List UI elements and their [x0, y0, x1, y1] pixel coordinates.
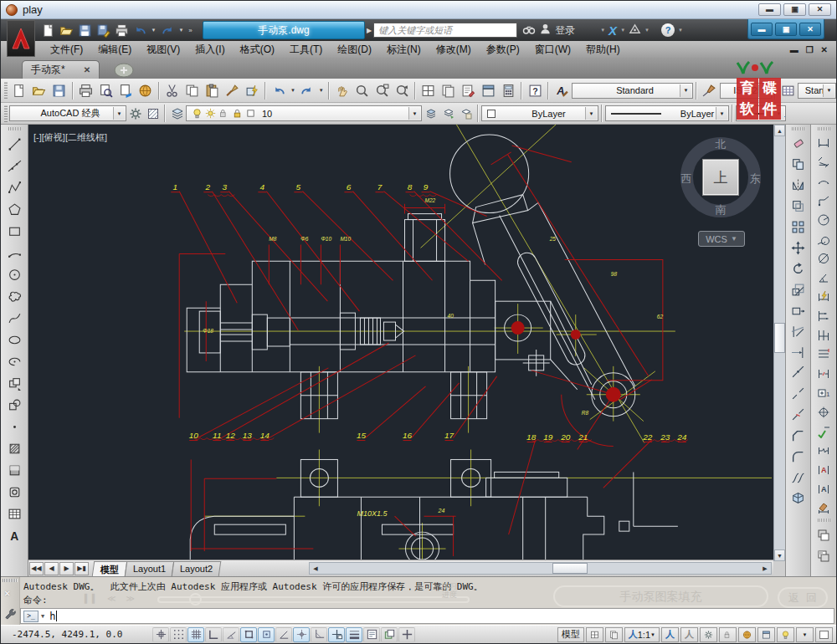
dim-style-icon[interactable]: [700, 81, 720, 100]
table-icon[interactable]: [3, 503, 25, 524]
qat-more-icon[interactable]: »: [187, 22, 194, 38]
dim-baseline-icon[interactable]: [814, 306, 834, 325]
status-grid2-toggle[interactable]: [187, 627, 204, 642]
tolerance-icon[interactable]: 1: [814, 383, 834, 402]
vertical-scrollbar[interactable]: ▲ ▼: [773, 125, 785, 561]
redo-arrow-icon[interactable]: ▼: [177, 22, 185, 38]
make-block-icon[interactable]: [3, 394, 25, 416]
tab-close-icon[interactable]: ✕: [84, 65, 90, 74]
status-otrack-toggle[interactable]: [293, 627, 310, 642]
status-osnap3d-toggle[interactable]: [258, 627, 275, 642]
redo-dropdown-icon[interactable]: ▼: [317, 82, 326, 99]
os-minimize-button[interactable]: ▬: [758, 3, 781, 16]
layer-combo[interactable]: 10▼: [186, 105, 422, 121]
tray-bulb-icon[interactable]: [777, 627, 794, 642]
toolbar-grip[interactable]: [792, 127, 804, 130]
annotation-visibility-button[interactable]: 人: [661, 627, 679, 642]
dim-aligned-icon[interactable]: [814, 152, 834, 171]
new-file-icon[interactable]: [39, 22, 56, 38]
os-close-button[interactable]: ✕: [809, 3, 831, 16]
layer-properties-icon[interactable]: [168, 105, 186, 122]
status-qp-toggle[interactable]: [363, 627, 380, 642]
menu-4[interactable]: 格式(O): [233, 41, 282, 59]
exchange-icon[interactable]: X: [608, 23, 617, 38]
preview-icon[interactable]: [95, 81, 116, 100]
copy-icon[interactable]: [182, 81, 203, 100]
last-tab-button[interactable]: ▶▮: [74, 562, 89, 575]
layout-icon[interactable]: [586, 627, 603, 642]
scroll-right-icon[interactable]: ▶: [759, 563, 771, 574]
performance-icon[interactable]: [738, 627, 756, 642]
circle-icon[interactable]: [3, 263, 25, 285]
window2-icon[interactable]: [814, 545, 834, 566]
status-ortho-toggle[interactable]: [205, 627, 222, 642]
user-icon[interactable]: [539, 23, 552, 38]
erase-icon[interactable]: [788, 133, 809, 154]
model-space-button[interactable]: 模型: [557, 627, 584, 642]
color-combo[interactable]: ByLayer▼: [481, 105, 598, 121]
menu-9[interactable]: 参数(P): [479, 41, 527, 59]
matchprop-icon[interactable]: [222, 81, 242, 100]
open-file-icon[interactable]: [58, 22, 74, 38]
horizontal-scrollbar[interactable]: ◀ ▶: [309, 562, 772, 575]
scroll-left-icon[interactable]: ◀: [310, 563, 321, 574]
quick-dim-icon[interactable]: [814, 287, 834, 306]
table-style-combo[interactable]: Standa▼: [798, 83, 836, 99]
dim-linear-icon[interactable]: [814, 133, 834, 152]
wcs-button[interactable]: WCS▼: [698, 231, 745, 247]
back-button[interactable]: 返 回: [778, 587, 828, 608]
undo-arrow-icon[interactable]: ▼: [150, 22, 157, 38]
explode-icon[interactable]: [788, 488, 809, 509]
auto-annotation-button[interactable]: 人: [680, 627, 698, 642]
workspace-switch-icon[interactable]: [700, 627, 717, 642]
blend-icon[interactable]: [788, 468, 809, 488]
menu-6[interactable]: 绘图(D): [330, 41, 379, 59]
status-angle-toggle[interactable]: [275, 627, 292, 642]
ellipse-icon[interactable]: [3, 329, 25, 350]
toolbar-grip[interactable]: [8, 127, 21, 130]
prev-tab-button[interactable]: ◀: [44, 562, 59, 575]
move-icon[interactable]: [788, 238, 809, 258]
calc-icon[interactable]: [498, 81, 518, 100]
zoom-icon[interactable]: [352, 81, 372, 100]
scrollbar-thumb[interactable]: [552, 563, 588, 574]
scroll-down-icon[interactable]: ▼: [774, 549, 785, 561]
new-icon[interactable]: [9, 81, 29, 100]
first-tab-button[interactable]: ◀◀: [29, 562, 44, 575]
pline-icon[interactable]: [3, 176, 25, 198]
document-tab[interactable]: 手动泵.dwg: [203, 21, 365, 39]
dim-inspect-icon[interactable]: [814, 422, 834, 441]
layer-state2-icon[interactable]: [439, 105, 457, 122]
palette-icon[interactable]: [479, 81, 499, 100]
acad-minimize-button[interactable]: ▬: [751, 23, 773, 36]
mdi-minimize-icon[interactable]: ▬: [790, 45, 798, 54]
print-icon[interactable]: [76, 81, 96, 100]
copy-obj-icon[interactable]: [788, 154, 809, 175]
scale-icon[interactable]: [788, 279, 809, 300]
plot-icon[interactable]: [113, 22, 130, 38]
menu-8[interactable]: 修改(M): [429, 41, 479, 59]
mdi-restore-icon[interactable]: ❐: [806, 45, 814, 54]
status-lwt-toggle[interactable]: [346, 627, 362, 642]
status-grid-toggle[interactable]: [170, 627, 187, 642]
stretch-icon[interactable]: [788, 300, 809, 321]
center-mark-icon[interactable]: [814, 402, 834, 422]
mtext-icon[interactable]: A: [3, 524, 25, 546]
menu-1[interactable]: 编辑(E): [90, 41, 139, 59]
status-sc-toggle[interactable]: [381, 627, 398, 642]
clean-screen-button[interactable]: [815, 627, 833, 642]
publish-icon[interactable]: [116, 81, 136, 100]
dim-angular-icon[interactable]: [814, 268, 834, 287]
dim-arc-icon[interactable]: [814, 171, 834, 191]
redo-icon[interactable]: [159, 22, 176, 38]
trim-icon[interactable]: [788, 321, 809, 342]
status-snap-toggle[interactable]: [152, 627, 169, 642]
dim-edit-icon[interactable]: A: [814, 460, 834, 479]
undo-dropdown-icon[interactable]: ▼: [289, 82, 297, 99]
insert-block-icon[interactable]: [3, 372, 25, 394]
break-point-icon[interactable]: [788, 363, 809, 384]
drawing-canvas[interactable]: M8Φ6Φ10M10M22409862R825Φ18 1234567891011…: [28, 125, 773, 560]
compass-north[interactable]: 北: [680, 137, 761, 152]
join-icon[interactable]: [788, 405, 809, 426]
rectangle-icon[interactable]: [3, 220, 25, 242]
